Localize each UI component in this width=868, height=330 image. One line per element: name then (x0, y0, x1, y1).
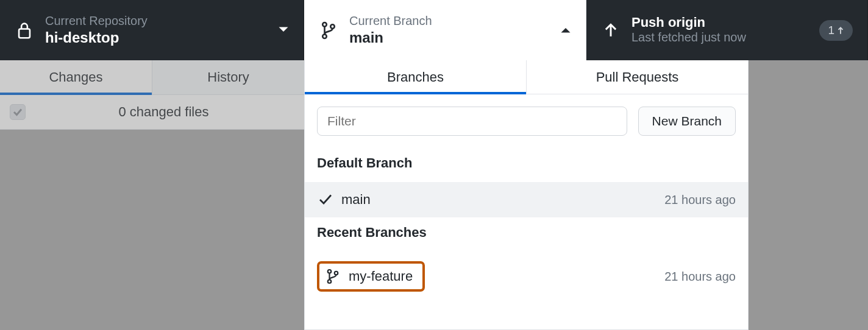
push-count-badge: 1 (819, 20, 853, 41)
branch-row-main[interactable]: main 21 hours ago (305, 182, 748, 217)
content-area (749, 60, 868, 330)
recent-branches-header: Recent Branches (305, 217, 748, 251)
tab-branches[interactable]: Branches (305, 60, 527, 94)
branch-selector[interactable]: Current Branch main (304, 0, 586, 60)
branch-name-label: main (341, 192, 664, 208)
push-status: Last fetched just now (631, 30, 819, 44)
git-branch-icon (319, 21, 338, 40)
changed-files-header: 0 changed files (0, 95, 304, 130)
svg-point-4 (328, 270, 332, 273)
tab-pull-requests[interactable]: Pull Requests (527, 60, 748, 94)
caret-up-icon (560, 25, 571, 36)
svg-point-1 (322, 23, 327, 27)
git-branch-icon (324, 269, 341, 284)
select-all-checkbox[interactable] (10, 104, 26, 120)
new-branch-button[interactable]: New Branch (638, 107, 736, 136)
branch-time-label: 21 hours ago (664, 193, 736, 207)
upload-icon (601, 21, 621, 40)
push-label: Push origin (631, 15, 819, 30)
branch-time-label: 21 hours ago (664, 270, 736, 284)
default-branch-header: Default Branch (305, 148, 748, 182)
branch-name-label: my-feature (349, 269, 413, 284)
branch-name: main (349, 29, 560, 46)
repository-name: hi-desktop (45, 29, 278, 46)
branch-row-my-feature[interactable]: my-feature 21 hours ago (305, 251, 748, 301)
tab-changes[interactable]: Changes (0, 60, 152, 94)
svg-point-2 (322, 34, 327, 38)
svg-point-5 (328, 280, 332, 284)
push-origin-button[interactable]: Push origin Last fetched just now 1 (586, 0, 868, 60)
caret-down-icon (278, 25, 289, 36)
repository-selector[interactable]: Current Repository hi-desktop (0, 0, 304, 60)
branch-dropdown-panel: Branches Pull Requests New Branch Defaul… (304, 60, 749, 330)
svg-point-6 (335, 272, 338, 275)
sidebar: Changes History 0 changed files (0, 60, 304, 330)
check-icon (317, 192, 334, 207)
branch-filter-input[interactable] (317, 107, 627, 136)
branch-label: Current Branch (349, 14, 560, 28)
changed-files-count: 0 changed files (33, 104, 294, 120)
svg-rect-0 (19, 29, 30, 38)
lock-icon (15, 21, 34, 40)
repository-label: Current Repository (45, 14, 278, 28)
tab-history[interactable]: History (152, 60, 304, 94)
svg-point-3 (330, 24, 335, 29)
